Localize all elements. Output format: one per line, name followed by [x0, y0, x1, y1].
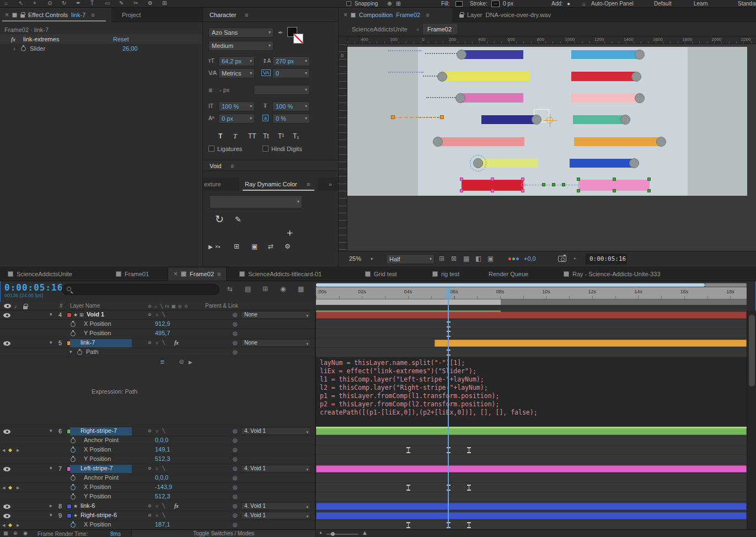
layer-switches[interactable]: ⊘ ☼ ╲ [148, 340, 166, 345]
mask-icon[interactable]: ▣ [251, 243, 258, 250]
layer-row[interactable]: ▾7★Left-stripe-7⊘ ☼ ╲◎4. Void 1▾ [0, 464, 756, 474]
parent-pickwhip-icon[interactable]: ◎ [233, 503, 238, 509]
timeline-search-box[interactable] [62, 284, 219, 295]
endpoint-dot[interactable] [437, 72, 447, 82]
timeline-tab[interactable]: rig test [427, 267, 465, 281]
property-name[interactable]: Anchor Point [84, 474, 119, 481]
layer-switches[interactable]: ⊘ ☼ ╲ [148, 503, 166, 508]
parent-dropdown[interactable]: 4. Void 1▾ [241, 427, 310, 435]
expression-enable-icon[interactable]: = [160, 358, 164, 366]
track-area[interactable] [316, 436, 747, 445]
track-area[interactable] [316, 502, 747, 511]
selection-handle[interactable] [491, 189, 494, 192]
stopwatch-icon[interactable] [71, 476, 76, 481]
property-name[interactable]: X Position [84, 521, 111, 528]
vertical-scale-select[interactable]: 100 % [218, 101, 255, 111]
endpoint-dot[interactable] [433, 137, 443, 147]
parent-pickwhip-icon[interactable]: ◎ [233, 522, 238, 528]
endpoint-dot[interactable] [629, 158, 639, 168]
selection-handle[interactable] [577, 178, 580, 181]
timeline-tab[interactable]: Ray - Science-Addicts-Unite-333 [558, 267, 666, 281]
text-style-button[interactable]: T [218, 132, 222, 140]
stopwatch-icon[interactable] [71, 322, 76, 327]
preview-timecode-box[interactable]: 0:00:05:16 [585, 254, 627, 265]
property-value[interactable]: 149,1 [155, 446, 170, 453]
track-area[interactable] [316, 427, 747, 436]
keyframe-diamond[interactable]: ◆ [8, 522, 12, 528]
text-style-button[interactable]: TT [248, 132, 256, 140]
parent-pickwhip-icon[interactable]: ◎ [233, 428, 238, 434]
parent-pickwhip-icon[interactable]: ◎ [233, 437, 238, 443]
keyframe-marker[interactable] [467, 485, 471, 491]
stopwatch-icon[interactable] [77, 350, 82, 355]
path-vertex-handle[interactable] [542, 183, 545, 186]
leading-select[interactable]: 270 px [272, 56, 310, 66]
property-name[interactable]: X Position [84, 320, 111, 327]
tab-effect-controls[interactable]: × Effect Controls link-7 ≡ [0, 8, 111, 22]
breadcrumb-current-chip[interactable]: Frame02 [423, 24, 457, 34]
workspace-default-button[interactable]: Default [654, 1, 672, 7]
tab-ray-dynamic-color[interactable]: Ray Dynamic Color ≡ [239, 178, 318, 191]
breadcrumb-root[interactable]: ScienceAddictsUnite [352, 25, 408, 33]
timeline-tool-icon[interactable]: ⇆ [227, 285, 233, 293]
prev-keyframe-arrow[interactable]: ◀ [2, 486, 5, 490]
parent-pickwhip-icon[interactable]: ◎ [233, 484, 238, 490]
font-family-select[interactable]: Azo Sans [208, 28, 274, 37]
label-color-chip[interactable] [67, 504, 72, 509]
endpoint-dot[interactable] [635, 93, 645, 103]
selection-handle[interactable] [460, 178, 463, 181]
visibility-eye-icon[interactable] [3, 514, 10, 518]
layer-duration-bar[interactable] [316, 465, 747, 472]
parent-dropdown[interactable]: 4. Void 1▾ [241, 465, 310, 472]
snap-target-icon[interactable]: ⊕ [387, 1, 392, 7]
lock-icon[interactable] [20, 14, 25, 18]
selection-handle[interactable] [460, 189, 463, 192]
parent-pickwhip-icon[interactable]: ◎ [233, 330, 238, 336]
tab-texture[interactable]: exture [204, 180, 221, 188]
vertical-ruler[interactable]: 0 [339, 44, 347, 251]
property-row[interactable]: X Position912,9◎ [0, 320, 756, 329]
endpoint-dot[interactable] [532, 115, 541, 125]
stripe-bar[interactable] [481, 115, 535, 124]
tool-icon[interactable]: ✂ [133, 0, 138, 6]
keyframe-marker[interactable] [406, 522, 410, 528]
duplicate-icon[interactable]: ⊞ [234, 243, 239, 250]
expander-icon[interactable]: ▾ [69, 349, 72, 355]
expression-editor[interactable]: layNum = thisLayer.name.split("-")[1]; l… [320, 359, 538, 417]
track-area[interactable]: layNum = thisLayer.name.split("-")[1]; l… [316, 357, 747, 427]
parent-pickwhip-icon[interactable]: ◎ [233, 465, 238, 471]
visibility-eye-icon[interactable] [3, 467, 10, 471]
track-area[interactable] [316, 445, 747, 455]
stopwatch-icon[interactable] [71, 457, 76, 462]
visibility-eye-icon[interactable] [3, 313, 10, 318]
stroke-width-value[interactable]: 0 px [503, 1, 513, 7]
stripe-bar[interactable] [573, 115, 624, 124]
property-value[interactable]: 0,0,0 [155, 437, 168, 443]
property-row[interactable]: ◀◆▶X Position187,1◎ [0, 520, 756, 529]
timeline-tab[interactable]: Render Queue [483, 267, 534, 281]
selection-handle[interactable] [613, 178, 616, 181]
add-menu-icon[interactable]: ● [567, 1, 570, 7]
eyedropper-icon[interactable]: ✒ [278, 29, 283, 36]
tab-layer-viewer[interactable]: Layer DNA-voice-over-dry.wav [454, 8, 556, 22]
track-area[interactable] [316, 339, 747, 348]
parent-pickwhip-icon[interactable]: ◎ [233, 340, 238, 346]
stopwatch-icon[interactable] [71, 438, 76, 443]
keyframe-marker[interactable] [406, 447, 410, 453]
fill-swatch[interactable] [455, 1, 463, 7]
close-icon[interactable]: × [344, 11, 347, 19]
property-row[interactable]: ◀◆▶X Position149,1◎ [0, 445, 756, 455]
tab-composition[interactable]: × Composition Frame02 ≡ [339, 8, 452, 22]
timeline-tool-icon[interactable]: ▦ [298, 285, 304, 293]
font-style-select[interactable]: Medium [208, 41, 274, 51]
stopwatch-icon[interactable] [71, 331, 76, 336]
exposure-value[interactable]: +0,0 [524, 255, 536, 262]
endpoint-dot[interactable] [656, 137, 666, 147]
panel-menu-icon[interactable]: ≡ [245, 11, 248, 19]
parent-pickwhip-icon[interactable]: ◎ [233, 475, 238, 481]
section-menu-icon[interactable]: ≡ [230, 162, 234, 170]
effect-name[interactable]: link-extremes [23, 35, 59, 43]
keyframe-diamond[interactable]: ◆ [8, 447, 12, 453]
text-style-button[interactable]: Tt [263, 132, 269, 140]
keyframe-diamond[interactable]: ◆ [8, 485, 12, 490]
